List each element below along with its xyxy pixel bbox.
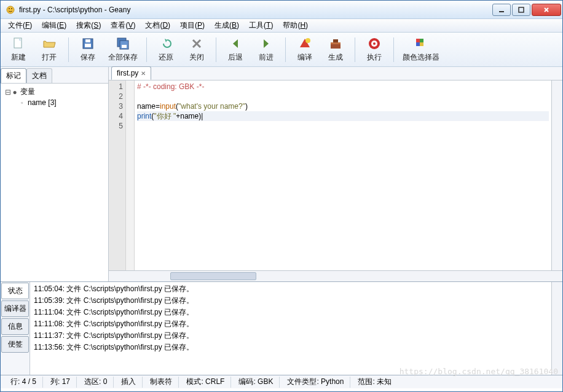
toolbar-button-save-all[interactable]: 全部保存 <box>104 35 141 64</box>
arrow-right-icon <box>259 36 274 51</box>
output-tab[interactable]: 状态 <box>1 283 29 299</box>
editor-tab-label: first.py <box>117 69 138 77</box>
output-tab[interactable]: 便签 <box>1 336 29 353</box>
toolbar-button-file-new[interactable]: 新建 <box>4 35 33 64</box>
svg-point-1 <box>9 8 10 9</box>
svg-rect-7 <box>85 44 91 47</box>
tab-close-icon[interactable]: ✕ <box>141 70 146 77</box>
toolbar-button-arrow-left[interactable]: 后退 <box>221 35 250 64</box>
status-bar: 行: 4 / 5 列: 17 选区: 0 插入 制表符 模式: CRLF 编码:… <box>1 375 562 388</box>
status-tab: 制表符 <box>144 377 179 388</box>
code-line[interactable]: print("你好 "+name)| <box>137 111 549 121</box>
toolbar-label: 编译 <box>297 52 312 63</box>
code-line[interactable]: # -*- coding: GBK -*- <box>137 82 549 92</box>
toolbar-button-save[interactable]: 保存 <box>74 35 102 64</box>
close-button[interactable] <box>532 4 561 16</box>
menu-item[interactable]: 帮助(H) <box>278 19 313 32</box>
toolbar-label: 执行 <box>367 52 382 63</box>
tree-node-child[interactable]: ◦ name [3] <box>4 98 104 108</box>
menu-item[interactable]: 生成(B) <box>210 19 244 32</box>
svg-rect-4 <box>519 7 524 12</box>
toolbar-button-undo[interactable]: 还原 <box>152 35 180 64</box>
menu-item[interactable]: 编辑(E) <box>37 19 71 32</box>
status-insert: 插入 <box>115 377 143 388</box>
tree-node-root[interactable]: ⊟ ● 变量 <box>4 86 104 98</box>
editor-horizontal-scrollbar[interactable] <box>109 270 562 281</box>
message-line[interactable]: 11:05:04: 文件 C:\scripts\python\first.py … <box>34 283 548 295</box>
toolbar-label: 前进 <box>259 52 274 63</box>
menu-item[interactable]: 文档(D) <box>140 19 175 32</box>
status-encoding: 编码: GBK <box>232 377 280 388</box>
toolbar-button-color-picker[interactable]: 颜色选择器 <box>399 35 443 64</box>
code-line[interactable] <box>137 121 549 131</box>
status-col: 列: 17 <box>44 377 77 388</box>
menu-item[interactable]: 项目(P) <box>175 19 210 32</box>
svg-rect-20 <box>420 39 423 42</box>
svg-point-18 <box>373 42 376 45</box>
status-filetype: 文件类型: Python <box>281 377 350 388</box>
tree-label: name [3] <box>28 98 57 107</box>
output-tab[interactable]: 信息 <box>1 318 29 335</box>
compile-icon <box>297 36 312 51</box>
messages-vertical-scrollbar[interactable] <box>551 282 562 375</box>
status-line: 行: 4 / 5 <box>4 377 43 388</box>
toolbar-button-execute[interactable]: 执行 <box>360 35 388 64</box>
symbol-tree[interactable]: ⊟ ● 变量 ◦ name [3] <box>1 84 108 281</box>
line-gutter: 12345 <box>109 80 126 270</box>
toolbar-button-close-x[interactable]: 关闭 <box>183 35 211 64</box>
toolbar-separator <box>146 37 147 62</box>
menu-item[interactable]: 搜索(S) <box>71 19 106 32</box>
toolbar-label: 后退 <box>228 52 243 63</box>
arrow-left-icon <box>228 36 243 51</box>
code-line[interactable]: name=input("what's your name?") <box>137 101 549 111</box>
save-all-icon <box>116 36 130 51</box>
sidebar: 标记 文档 ⊟ ● 变量 ◦ name [3] <box>1 67 109 281</box>
build-icon <box>328 36 343 51</box>
menu-bar: 文件(F)编辑(E)搜索(S)查看(V)文档(D)项目(P)生成(B)工具(T)… <box>1 19 562 33</box>
status-scope: 范围: 未知 <box>352 377 398 388</box>
bullet-icon: ◦ <box>19 98 25 107</box>
message-line[interactable]: 11:11:37: 文件 C:\scripts\python\first.py … <box>34 330 548 342</box>
svg-point-0 <box>7 6 14 14</box>
status-mode: 模式: CRLF <box>180 377 231 388</box>
sidebar-tab-symbols[interactable]: 标记 <box>1 68 26 83</box>
undo-icon <box>159 36 173 51</box>
output-tab[interactable]: 编译器 <box>1 300 29 317</box>
toolbar-label: 关闭 <box>189 52 204 63</box>
toolbar-separator <box>355 37 355 62</box>
svg-rect-8 <box>85 39 90 42</box>
editor-tab[interactable]: first.py ✕ <box>111 66 151 80</box>
toolbar-button-compile[interactable]: 编译 <box>291 35 319 64</box>
sidebar-tab-documents[interactable]: 文档 <box>26 68 52 83</box>
svg-rect-14 <box>331 42 341 44</box>
message-line[interactable]: 11:05:39: 文件 C:\scripts\python\first.py … <box>34 295 548 307</box>
bullet-icon: ● <box>12 88 18 96</box>
toolbar-separator <box>216 37 216 62</box>
code-line[interactable] <box>137 92 549 101</box>
messages-area[interactable]: 11:05:04: 文件 C:\scripts\python\first.py … <box>30 282 551 375</box>
toolbar-button-folder-open[interactable]: 打开 <box>35 35 63 64</box>
window-title: first.py - C:\scripts\python - Geany <box>19 6 491 14</box>
minimize-button[interactable] <box>492 4 511 16</box>
toolbar-label: 保存 <box>81 52 95 63</box>
save-icon <box>81 36 95 51</box>
toolbar-button-arrow-right[interactable]: 前进 <box>252 35 280 64</box>
svg-point-2 <box>11 8 12 9</box>
toolbar-button-build[interactable]: 生成 <box>321 35 350 64</box>
message-line[interactable]: 11:13:56: 文件 C:\scripts\python\first.py … <box>34 342 548 353</box>
message-line[interactable]: 11:11:08: 文件 C:\scripts\python\first.py … <box>34 318 548 330</box>
maximize-button[interactable] <box>512 4 530 16</box>
toolbar-label: 颜色选择器 <box>403 52 439 63</box>
scrollbar-thumb[interactable] <box>170 272 256 280</box>
code-editor[interactable]: # -*- coding: GBK -*- name=input("what's… <box>135 80 551 270</box>
svg-rect-11 <box>122 45 127 48</box>
menu-item[interactable]: 文件(F) <box>3 19 37 32</box>
toolbar-label: 新建 <box>11 52 26 63</box>
collapse-icon[interactable]: ⊟ <box>4 88 12 96</box>
message-line[interactable]: 11:11:04: 文件 C:\scripts\python\first.py … <box>34 307 548 318</box>
menu-item[interactable]: 查看(V) <box>106 19 140 32</box>
editor-vertical-scrollbar[interactable] <box>551 80 562 270</box>
close-x-icon <box>189 36 204 51</box>
toolbar-separator <box>393 37 394 62</box>
menu-item[interactable]: 工具(T) <box>244 19 278 32</box>
